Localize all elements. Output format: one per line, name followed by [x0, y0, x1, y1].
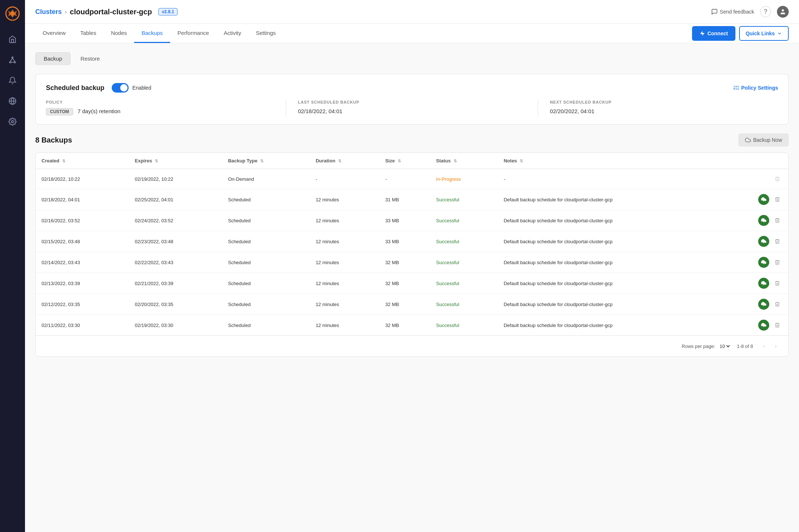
main-content: Clusters › cloudportal-cluster-gcp v2.8.… [25, 0, 799, 532]
cell-type: Scheduled [222, 315, 309, 336]
breadcrumb-clusters-link[interactable]: Clusters [35, 8, 62, 16]
tab-settings[interactable]: Settings [248, 24, 283, 43]
cell-actions [721, 294, 788, 315]
sidebar-item-topology[interactable] [6, 53, 19, 66]
svg-line-7 [12, 58, 15, 61]
sort-icon-status: ⇅ [454, 159, 457, 163]
col-created[interactable]: Created ⇅ [36, 153, 129, 169]
restore-button[interactable] [758, 257, 769, 268]
row-actions [727, 174, 782, 184]
cell-actions [721, 189, 788, 210]
policy-settings-button[interactable]: Policy Settings [733, 85, 778, 91]
cell-status: Successful [430, 294, 498, 315]
cell-size: 33 MB [379, 231, 430, 252]
tabs-list: Overview Tables Nodes Backups Performanc… [35, 24, 283, 43]
tab-backups[interactable]: Backups [134, 24, 170, 43]
upload-icon [761, 281, 766, 286]
backups-table-card: Created ⇅ Expires ⇅ Backup Type ⇅ Durati… [35, 152, 789, 357]
cell-size: 32 MB [379, 294, 430, 315]
delete-button[interactable] [772, 257, 782, 267]
cell-actions [721, 315, 788, 336]
sort-icon-duration: ⇅ [338, 159, 341, 163]
table-header: Created ⇅ Expires ⇅ Backup Type ⇅ Durati… [36, 153, 788, 169]
help-button[interactable]: ? [760, 6, 771, 17]
user-avatar[interactable] [777, 6, 789, 18]
col-actions [721, 153, 788, 169]
restore-button[interactable] [758, 194, 769, 205]
cell-status: Successful [430, 231, 498, 252]
tab-tables[interactable]: Tables [73, 24, 104, 43]
backups-header: 8 Backups Backup Now [35, 133, 789, 147]
restore-button[interactable] [758, 299, 769, 310]
delete-button[interactable] [772, 278, 782, 288]
cell-duration: 12 minutes [310, 294, 379, 315]
restore-button[interactable] [758, 236, 769, 247]
prev-page-button[interactable]: ‹ [759, 341, 769, 351]
logo[interactable] [5, 6, 20, 22]
svg-point-11 [11, 121, 14, 123]
rows-per-page: Rows per page: 10 25 50 [682, 343, 731, 349]
col-status[interactable]: Status ⇅ [430, 153, 498, 169]
cell-actions [721, 210, 788, 231]
delete-button[interactable] [772, 194, 782, 205]
col-expires[interactable]: Expires ⇅ [129, 153, 222, 169]
cell-type: Scheduled [222, 294, 309, 315]
table-row: 02/13/2022, 03:39 02/21/2022, 03:39 Sche… [36, 273, 788, 294]
tab-performance[interactable]: Performance [170, 24, 216, 43]
cell-notes: Default backup schedule for cloudportal-… [498, 273, 721, 294]
col-duration[interactable]: Duration ⇅ [310, 153, 379, 169]
policy-label: POLICY [46, 100, 274, 104]
col-notes[interactable]: Notes ⇅ [498, 153, 721, 169]
scheduled-backup-toggle[interactable] [112, 83, 129, 93]
cell-created: 02/12/2022, 03:35 [36, 294, 129, 315]
retention-text: 7 day(s) retention [78, 108, 121, 114]
col-size[interactable]: Size ⇅ [379, 153, 430, 169]
quick-links-button[interactable]: Quick Links [739, 26, 789, 41]
rows-per-page-select[interactable]: 10 25 50 [718, 343, 731, 349]
cell-duration: 12 minutes [310, 252, 379, 273]
sidebar-item-notifications[interactable] [6, 74, 19, 87]
sidebar [0, 0, 25, 532]
scheduled-backup-card: Scheduled backup Enabled [35, 74, 789, 125]
rows-per-page-label: Rows per page: [682, 344, 715, 349]
cell-expires: 02/25/2022, 04:01 [129, 189, 222, 210]
sidebar-item-globe[interactable] [6, 94, 19, 108]
delete-button[interactable] [772, 320, 782, 330]
sub-tab-backup[interactable]: Backup [35, 52, 71, 65]
upload-icon [761, 197, 766, 202]
next-backup-value: 02/20/2022, 04:01 [550, 108, 778, 114]
sidebar-item-clusters[interactable] [6, 33, 19, 46]
backup-now-button[interactable]: Backup Now [738, 133, 789, 147]
cell-status: Successful [430, 273, 498, 294]
restore-button[interactable] [758, 278, 769, 289]
next-page-button[interactable]: › [771, 341, 781, 351]
toggle-thumb [120, 84, 128, 91]
cell-type: Scheduled [222, 252, 309, 273]
cell-status: Successful [430, 252, 498, 273]
tab-activity[interactable]: Activity [216, 24, 249, 43]
cell-created: 02/15/2022, 03:48 [36, 231, 129, 252]
sub-tab-restore[interactable]: Restore [72, 52, 108, 65]
send-feedback-button[interactable]: Send feedback [711, 8, 754, 15]
delete-button[interactable] [772, 215, 782, 226]
sort-icon-type: ⇅ [260, 159, 264, 163]
tab-nodes[interactable]: Nodes [104, 24, 134, 43]
cell-size: 32 MB [379, 252, 430, 273]
tab-overview[interactable]: Overview [35, 24, 73, 43]
delete-button[interactable] [772, 299, 782, 309]
svg-point-3 [12, 57, 13, 58]
delete-button[interactable] [772, 174, 782, 184]
restore-button[interactable] [758, 320, 769, 331]
restore-button[interactable] [758, 215, 769, 226]
delete-button[interactable] [772, 236, 782, 247]
cell-notes: Default backup schedule for cloudportal-… [498, 315, 721, 336]
connect-button[interactable]: Connect [692, 26, 735, 41]
sidebar-item-settings[interactable] [6, 115, 19, 128]
col-type[interactable]: Backup Type ⇅ [222, 153, 309, 169]
cell-actions [721, 231, 788, 252]
sort-icon-notes: ⇅ [520, 159, 523, 163]
cell-type: Scheduled [222, 189, 309, 210]
trash-icon [774, 176, 780, 182]
policy-info: POLICY CUSTOM 7 day(s) retention LAST SC… [46, 100, 778, 115]
cell-created: 02/16/2022, 03:52 [36, 210, 129, 231]
